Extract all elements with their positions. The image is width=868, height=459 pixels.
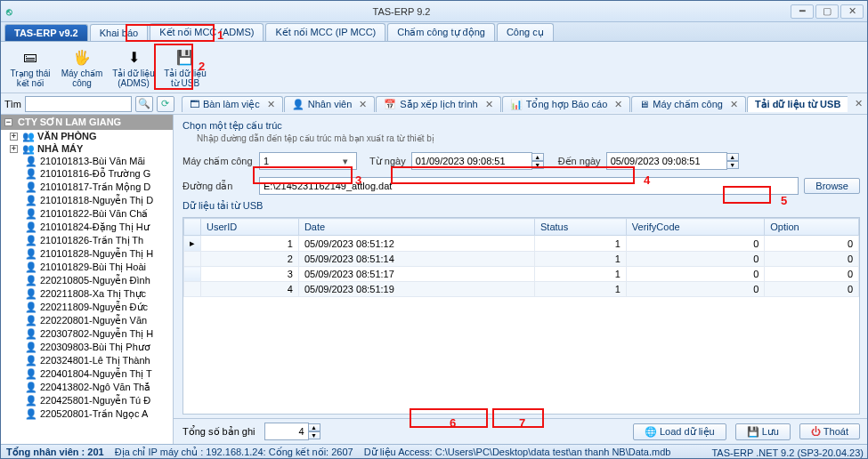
device-combo[interactable] bbox=[259, 152, 357, 170]
tree-leaf[interactable]: 👤220324801-Lê Thị Thành bbox=[1, 354, 173, 367]
tree-leaf[interactable]: 👤220220801-Nguyễn Văn bbox=[1, 314, 173, 327]
tree-leaf[interactable]: 👤210101818-Nguyễn Thị D bbox=[1, 194, 173, 207]
window-minimize-button[interactable]: ━ bbox=[791, 4, 814, 19]
close-all-tabs-button[interactable]: ✕ bbox=[851, 98, 865, 109]
spin-up-icon[interactable]: ▲ bbox=[531, 153, 544, 161]
search-input[interactable] bbox=[25, 96, 132, 112]
table-row[interactable]: 405/09/2023 08:51:19100 bbox=[184, 282, 859, 297]
person-icon: 👤 bbox=[26, 196, 37, 206]
grid-header[interactable]: Date bbox=[298, 219, 534, 236]
timeclock-icon: 🖐 bbox=[71, 46, 93, 68]
person-icon: 👤 bbox=[26, 409, 37, 420]
tree-leaf[interactable]: 👤220413802-Ngô Văn Thắ bbox=[1, 381, 173, 394]
tab-close-icon[interactable]: ✕ bbox=[359, 99, 367, 110]
table-row[interactable]: 305/09/2023 08:51:17100 bbox=[184, 267, 859, 282]
doc-tab-1[interactable]: 👤Nhân viên✕ bbox=[284, 96, 376, 112]
refresh-icon: ⟳ bbox=[161, 98, 169, 109]
load-data-button[interactable]: 🌐 Load dữ liệu bbox=[633, 423, 726, 440]
tree-leaf[interactable]: 👤210101813-Bùi Văn Mãi bbox=[1, 155, 173, 167]
menu-tab-4[interactable]: Chấm công tự động bbox=[387, 23, 495, 41]
tree-branch[interactable]: +👥NHÀ MÁY bbox=[1, 142, 173, 155]
tree-leaf[interactable]: 👤220425801-Nguyễn Tú Đ bbox=[1, 394, 173, 407]
tree-leaf[interactable]: 👤220401804-Nguyễn Thị T bbox=[1, 367, 173, 381]
browse-button[interactable]: Browse bbox=[804, 178, 860, 194]
window-maximize-button[interactable]: ▢ bbox=[815, 4, 839, 19]
tree-leaf[interactable]: 👤220210805-Nguyễn Đình bbox=[1, 274, 173, 287]
path-input[interactable] bbox=[259, 177, 799, 195]
save-button[interactable]: 💾 Lưu bbox=[735, 423, 791, 440]
tree-leaf[interactable]: 👤210101817-Trần Mộng D bbox=[1, 181, 173, 194]
menu-tab-0[interactable]: TAS-ERP v9.2 bbox=[4, 24, 88, 41]
ribbon-download-usb[interactable]: 💾Tải dữ liệu từ USB bbox=[159, 44, 211, 91]
exit-button[interactable]: ⏻ Thoát bbox=[799, 423, 860, 439]
doc-tab-4[interactable]: 🖥Máy chấm công✕ bbox=[631, 96, 746, 112]
from-date-input[interactable] bbox=[411, 152, 532, 170]
refresh-button[interactable]: ⟳ bbox=[157, 96, 174, 112]
cell-option: 0 bbox=[765, 236, 859, 252]
menu-tab-3[interactable]: Kết nối MCC (IP MCC) bbox=[265, 23, 385, 41]
tab-close-icon[interactable]: ✕ bbox=[267, 99, 275, 110]
grid-header[interactable]: Status bbox=[535, 219, 627, 236]
status-bar: Tổng nhân viên : 201 Địa chỉ IP máy chủ … bbox=[1, 444, 868, 459]
grid-header[interactable]: UserID bbox=[201, 219, 299, 236]
tree-leaf[interactable]: 👤210101824-Đặng Thị Hư bbox=[1, 221, 173, 234]
tree-branch[interactable]: +👥VĂN PHÒNG bbox=[1, 130, 173, 142]
ribbon-download-adms[interactable]: ⬇Tải dữ liệu (ADMS) bbox=[108, 44, 159, 91]
grid-header[interactable] bbox=[184, 219, 201, 236]
person-icon: 👤 bbox=[26, 342, 37, 353]
cell-option: 0 bbox=[765, 252, 859, 267]
doc-tab-2[interactable]: 📅Sắp xếp lịch trình✕ bbox=[376, 96, 500, 112]
search-icon: 🔍 bbox=[138, 98, 150, 109]
spin-up-icon[interactable]: ▲ bbox=[308, 423, 320, 431]
tab-close-icon[interactable]: ✕ bbox=[730, 99, 738, 110]
ribbon-timeclock[interactable]: 🖐Máy chấm công bbox=[56, 44, 108, 91]
org-tree-panel[interactable]: − CTY SƠN LAM GIANG +👥VĂN PHÒNG+👥NHÀ MÁY… bbox=[1, 115, 174, 444]
cell-option: 0 bbox=[765, 267, 859, 282]
status-version: TAS-ERP .NET 9.2 (SP3-20.04.23) bbox=[711, 447, 864, 458]
tree-leaf[interactable]: 👤210101826-Trần Thị Th bbox=[1, 234, 173, 247]
search-button[interactable]: 🔍 bbox=[135, 96, 153, 112]
tree-leaf[interactable]: 👤210101828-Nguyễn Thị H bbox=[1, 247, 173, 261]
window-close-button[interactable]: ✕ bbox=[840, 4, 864, 19]
tab-icon: 🖥 bbox=[639, 99, 649, 109]
table-row[interactable]: ▸105/09/2023 08:51:12100 bbox=[184, 236, 859, 252]
spin-down-icon[interactable]: ▼ bbox=[308, 431, 320, 439]
tree-leaf[interactable]: 👤210101816-Đỗ Trường G bbox=[1, 167, 173, 181]
tree-leaf[interactable]: 👤220520801-Trần Ngọc A bbox=[1, 407, 173, 421]
collapse-icon[interactable]: − bbox=[4, 118, 12, 126]
tree-leaf[interactable]: 👤220211808-Xa Thị Thực bbox=[1, 287, 173, 301]
tree-leaf[interactable]: 👤210101829-Bùi Thị Hoài bbox=[1, 261, 173, 274]
cell-userid: 4 bbox=[201, 282, 299, 297]
expand-icon[interactable]: + bbox=[10, 145, 18, 153]
doc-tab-3[interactable]: 📊Tổng hợp Báo cáo✕ bbox=[502, 96, 631, 112]
tree-leaf[interactable]: 👤220211809-Nguyễn Đức bbox=[1, 301, 173, 314]
to-date-input[interactable] bbox=[606, 152, 727, 170]
doc-tab-0[interactable]: 🗔Bàn làm việc✕ bbox=[182, 96, 283, 112]
cell-status: 1 bbox=[535, 282, 627, 297]
spin-down-icon[interactable]: ▼ bbox=[726, 161, 739, 169]
ribbon-status-device[interactable]: 🖴Trạng thái kết nối bbox=[4, 44, 56, 91]
grid-header[interactable]: VerifyCode bbox=[626, 219, 764, 236]
spin-down-icon[interactable]: ▼ bbox=[531, 161, 544, 169]
data-grid[interactable]: UserIDDateStatusVerifyCodeOption ▸105/09… bbox=[183, 217, 860, 415]
download-usb-icon: 💾 bbox=[174, 46, 196, 68]
table-row[interactable]: 205/09/2023 08:51:14100 bbox=[184, 252, 859, 267]
grid-header[interactable]: Option bbox=[765, 219, 859, 236]
menu-tab-1[interactable]: Khai báo bbox=[90, 24, 148, 41]
menu-tab-5[interactable]: Công cụ bbox=[497, 23, 554, 41]
total-records-value[interactable] bbox=[264, 423, 309, 440]
doc-tab-5[interactable]: Tải dữ liệu từ USB✕ bbox=[747, 96, 848, 112]
tree-leaf[interactable]: 👤220307802-Nguyễn Thị H bbox=[1, 327, 173, 341]
menu-tab-2[interactable]: Kết nối MCC (ADMS) bbox=[150, 23, 264, 41]
person-icon: 👤 bbox=[26, 249, 37, 260]
cell-date: 05/09/2023 08:51:14 bbox=[298, 252, 534, 267]
tree-leaf[interactable]: 👤220309803-Bùi Thị Phươ bbox=[1, 341, 173, 354]
tab-close-icon[interactable]: ✕ bbox=[614, 99, 622, 110]
tree-root-item[interactable]: − CTY SƠN LAM GIANG bbox=[1, 115, 173, 130]
tab-close-icon[interactable]: ✕ bbox=[485, 99, 493, 110]
expand-icon[interactable]: + bbox=[10, 133, 18, 141]
tab-icon: 🗔 bbox=[190, 99, 199, 109]
spin-up-icon[interactable]: ▲ bbox=[726, 153, 739, 161]
person-icon: 👤 bbox=[26, 329, 37, 340]
tree-leaf[interactable]: 👤210101822-Bùi Văn Chấ bbox=[1, 207, 173, 221]
